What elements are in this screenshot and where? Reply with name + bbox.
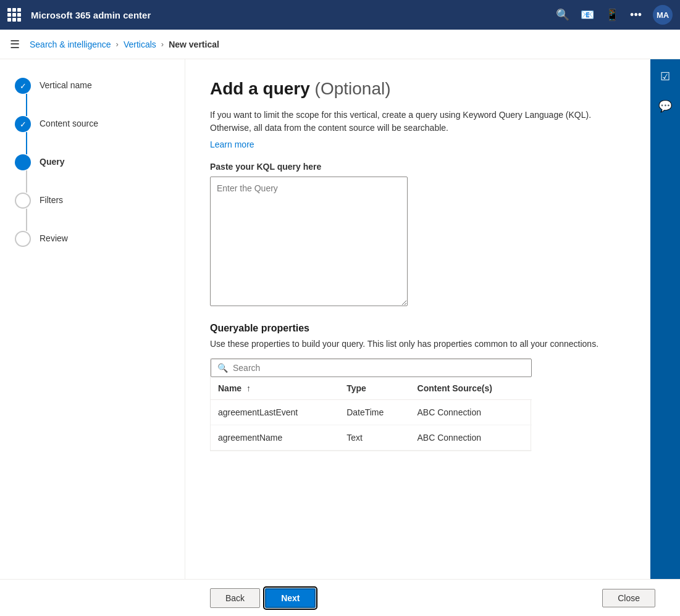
col-content-sources: Content Source(s) xyxy=(410,377,532,400)
learn-more-link[interactable]: Learn more xyxy=(210,139,254,149)
row2-source: ABC Connection xyxy=(410,425,532,451)
step-review[interactable]: Review xyxy=(15,231,170,247)
connector-1 xyxy=(26,94,27,116)
close-button[interactable]: Close xyxy=(602,589,655,607)
connector-3 xyxy=(26,170,27,193)
step-circle-filters xyxy=(15,193,31,209)
step-label-filters: Filters xyxy=(40,195,63,205)
connector-2 xyxy=(26,132,27,154)
app-launcher-icon[interactable] xyxy=(7,8,21,22)
step-content-source[interactable]: ✓ Content source xyxy=(15,116,170,154)
breadcrumb-bar: ☰ Search & intelligence › Verticals › Ne… xyxy=(0,30,680,59)
page-title-main: Add a query xyxy=(210,79,310,98)
search-box-container: 🔍 xyxy=(211,359,532,377)
breadcrumb-new-vertical: New vertical xyxy=(169,40,219,49)
step-filters[interactable]: Filters xyxy=(15,193,170,231)
search-wrapper: 🔍 Name ↑ Type Content Source(s) xyxy=(210,358,531,451)
right-panel: ☑ 💬 xyxy=(650,59,680,579)
step-circle-vertical-name: ✓ xyxy=(15,78,31,94)
step-label-query: Query xyxy=(40,157,64,167)
breadcrumb-sep-1: › xyxy=(116,40,119,49)
connector-4 xyxy=(26,209,27,231)
search-icon[interactable]: 🔍 xyxy=(556,8,569,22)
hamburger-icon[interactable]: ☰ xyxy=(10,38,20,51)
sort-arrow-name: ↑ xyxy=(246,383,251,393)
step-label-content-source: Content source xyxy=(40,119,98,128)
notifications-icon[interactable]: 📧 xyxy=(581,8,594,22)
page-title: Add a query (Optional) xyxy=(210,79,626,99)
user-avatar[interactable]: MA xyxy=(653,5,673,25)
table-row[interactable]: agreementLastEvent DateTime ABC Connecti… xyxy=(211,400,532,425)
mobile-icon[interactable]: 📱 xyxy=(605,8,619,22)
step-label-vertical-name: Vertical name xyxy=(40,80,92,90)
page-title-optional: (Optional) xyxy=(315,79,391,98)
step-circle-content-source: ✓ xyxy=(15,116,31,132)
step-query[interactable]: Query xyxy=(15,154,170,193)
back-button[interactable]: Back xyxy=(210,588,260,608)
search-icon: 🔍 xyxy=(217,363,228,373)
sidebar: ✓ Vertical name ✓ Content source Query xyxy=(0,59,185,579)
search-input[interactable] xyxy=(233,363,525,373)
col-name[interactable]: Name ↑ xyxy=(211,377,339,400)
breadcrumb-verticals[interactable]: Verticals xyxy=(124,40,156,49)
description-text: If you want to limit the scope for this … xyxy=(210,109,605,135)
queryable-desc: Use these properties to build your query… xyxy=(210,338,605,351)
more-icon[interactable]: ••• xyxy=(630,9,642,22)
breadcrumb-sep-2: › xyxy=(161,40,164,49)
help-icon[interactable]: ☑ xyxy=(653,64,678,89)
col-type: Type xyxy=(339,377,409,400)
step-circle-review xyxy=(15,231,31,247)
topbar: Microsoft 365 admin center 🔍 📧 📱 ••• MA xyxy=(0,0,680,30)
breadcrumb-search-intelligence[interactable]: Search & intelligence xyxy=(30,40,111,49)
kql-textarea[interactable] xyxy=(210,177,408,306)
kql-section-label: Paste your KQL query here xyxy=(210,162,626,172)
nav-buttons: Back Next xyxy=(210,588,316,608)
row1-type: DateTime xyxy=(339,400,409,425)
row1-source: ABC Connection xyxy=(410,400,532,425)
chat-icon[interactable]: 💬 xyxy=(653,94,678,119)
row2-type: Text xyxy=(339,425,409,451)
queryable-title: Queryable properties xyxy=(210,323,626,334)
bottom-bar: Back Next Close xyxy=(0,579,680,616)
step-vertical-name[interactable]: ✓ Vertical name xyxy=(15,78,170,116)
row1-name: agreementLastEvent xyxy=(211,400,339,425)
properties-table: Name ↑ Type Content Source(s) agreementL… xyxy=(211,377,532,451)
app-title: Microsoft 365 admin center xyxy=(31,10,548,20)
content-area: Add a query (Optional) If you want to li… xyxy=(185,59,650,579)
row2-name: agreementName xyxy=(211,425,339,451)
step-circle-query xyxy=(15,154,31,170)
topbar-actions: 🔍 📧 📱 ••• MA xyxy=(556,5,673,25)
step-label-review: Review xyxy=(40,233,68,243)
table-row[interactable]: agreementName Text ABC Connection xyxy=(211,425,532,451)
main-layout: ✓ Vertical name ✓ Content source Query xyxy=(0,59,680,579)
next-button[interactable]: Next xyxy=(265,588,316,608)
